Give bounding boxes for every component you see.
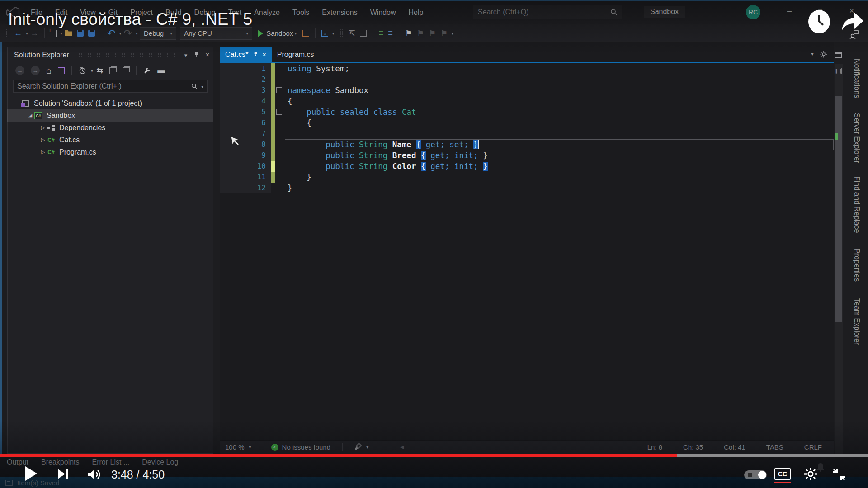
start-debugging-button[interactable]: Sandbox ▾: [258, 29, 297, 37]
tab-close-icon[interactable]: ×: [263, 51, 266, 58]
back-dropdown-icon[interactable]: ▾: [26, 31, 28, 36]
save-all-icon[interactable]: [88, 30, 95, 37]
issues-status[interactable]: No issues found: [282, 443, 331, 451]
avatar[interactable]: RC: [746, 5, 760, 19]
redo-icon[interactable]: ↷: [124, 28, 132, 39]
fullscreen-toggle-icon[interactable]: [832, 467, 846, 482]
indent-mode-indicator[interactable]: TABS: [766, 443, 783, 451]
expanded-arrow-icon[interactable]: ◢: [27, 113, 34, 118]
code-line-3[interactable]: 3−namespace Sandbox: [220, 85, 834, 96]
active-files-dropdown-icon[interactable]: ▾: [811, 51, 814, 58]
properties-wrench-icon[interactable]: [143, 67, 151, 75]
menu-window[interactable]: Window: [366, 7, 401, 18]
previous-bookmark-icon[interactable]: ⚑: [417, 28, 424, 38]
code-line-7[interactable]: 7: [220, 128, 834, 139]
clear-bookmarks-icon[interactable]: ⚑: [440, 28, 448, 38]
code-text[interactable]: public sealed class Cat: [285, 107, 834, 117]
code-line-12[interactable]: 12}: [220, 183, 834, 193]
bookmark-icon[interactable]: ⚑: [405, 28, 412, 38]
pin-icon[interactable]: [191, 52, 202, 59]
save-icon[interactable]: [77, 30, 84, 37]
home-in-browser-icon[interactable]: ⌂: [321, 30, 328, 37]
code-line-9[interactable]: 9 public String Breed { get; init; }: [220, 150, 834, 161]
new-file-dropdown-icon[interactable]: ▾: [60, 31, 62, 36]
toolbar-grip[interactable]: [340, 28, 343, 38]
new-file-icon[interactable]: [51, 30, 57, 37]
bottom-tab-error-list-[interactable]: Error List ...: [92, 458, 130, 466]
code-line-8[interactable]: 8 public String Name { get; set; }: [220, 139, 834, 150]
split-window-handle-icon[interactable]: [835, 52, 842, 58]
menu-extensions[interactable]: Extensions: [317, 7, 362, 18]
menu-help[interactable]: Help: [404, 7, 428, 18]
sync-with-active-document-icon[interactable]: [58, 67, 65, 74]
panel-dropdown-icon[interactable]: ▾: [180, 52, 191, 59]
code-line-11[interactable]: 11 }: [220, 172, 834, 183]
watch-later-icon[interactable]: [807, 10, 831, 33]
search-options-dropdown-icon[interactable]: ▾: [201, 84, 203, 89]
tab-program-cs[interactable]: Program.cs: [272, 47, 320, 62]
back-icon[interactable]: ←: [15, 66, 24, 75]
bottom-tab-output[interactable]: Output: [7, 458, 28, 466]
home-icon[interactable]: ⌂: [46, 66, 52, 76]
scrollbar-options-icon[interactable]: ▌▐: [835, 68, 842, 74]
code-text[interactable]: public String Name { get; set; }: [285, 139, 834, 150]
open-folder-icon[interactable]: [65, 30, 72, 36]
code-line-5[interactable]: 5− public sealed class Cat: [220, 107, 834, 117]
column-indicator[interactable]: Col: 41: [724, 443, 745, 451]
hot-reload-icon[interactable]: [302, 30, 309, 37]
navigate-back-icon[interactable]: ←: [14, 28, 22, 38]
browser-dropdown-icon[interactable]: ▾: [332, 31, 334, 36]
code-area[interactable]: 1using System;23−namespace Sandbox4{5− p…: [220, 63, 834, 461]
code-line-1[interactable]: 1using System;: [220, 63, 834, 74]
preview-selected-items-icon[interactable]: ▬: [157, 66, 165, 75]
show-all-files-icon[interactable]: [123, 67, 129, 74]
subtitles-button[interactable]: CC: [774, 468, 791, 480]
autoplay-toggle[interactable]: [744, 470, 767, 479]
fold-collapse-icon[interactable]: −: [275, 85, 285, 96]
video-progress-bar[interactable]: [0, 454, 868, 457]
solution-explorer-search-box[interactable]: Search Solution Explorer (Ctrl+;) ▾: [13, 80, 208, 93]
right-tab-server-explorer[interactable]: Server Explorer: [853, 113, 861, 163]
code-health-check-icon[interactable]: ✓: [271, 444, 278, 451]
scrollbar-thumb[interactable]: [835, 96, 842, 322]
code-text[interactable]: {: [285, 96, 834, 107]
bookmark-dropdown-icon[interactable]: ▾: [451, 31, 453, 36]
bottom-tab-breakpoints[interactable]: Breakpoints: [41, 458, 80, 466]
navigate-forward-icon[interactable]: →: [30, 28, 38, 38]
code-text[interactable]: [285, 128, 834, 139]
code-cleanup-brush-icon[interactable]: [354, 443, 362, 451]
code-text[interactable]: }: [285, 172, 834, 183]
bottom-tab-device-log[interactable]: Device Log: [142, 458, 178, 466]
collapsed-arrow-icon[interactable]: ▷: [39, 125, 47, 131]
redo-dropdown-icon[interactable]: ▾: [136, 31, 138, 36]
account-project-label[interactable]: Sandbox: [644, 6, 685, 18]
code-text[interactable]: using System;: [285, 63, 834, 74]
menu-tools[interactable]: Tools: [288, 7, 314, 18]
navigate-to-icon[interactable]: [360, 30, 367, 37]
cursor-select-icon[interactable]: ⇱: [349, 28, 355, 38]
tab-pin-icon[interactable]: [253, 51, 258, 58]
tree-item-solution-sandbox-1-of-1-project-[interactable]: Solution 'Sandbox' (1 of 1 project): [8, 97, 213, 109]
tree-item-cat-cs[interactable]: ▷C#Cat.cs: [8, 134, 213, 146]
right-tab-team-explorer[interactable]: Team Explorer: [853, 298, 861, 345]
close-icon[interactable]: ×: [202, 51, 213, 59]
next-bookmark-icon[interactable]: ⚑: [429, 28, 436, 38]
code-text[interactable]: public String Color { get; init; }: [285, 161, 834, 172]
quick-search-box[interactable]: Search (Ctrl+Q): [473, 5, 622, 19]
zoom-level[interactable]: 100 %: [225, 443, 245, 451]
forward-icon[interactable]: →: [31, 66, 40, 75]
code-line-10[interactable]: 10 public String Color { get; init; }: [220, 161, 834, 172]
right-tab-notifications[interactable]: Notifications: [853, 59, 861, 98]
zoom-dropdown-icon[interactable]: ▾: [249, 445, 251, 450]
notification-bell-icon[interactable]: [816, 463, 825, 472]
code-line-4[interactable]: 4{: [220, 96, 834, 107]
char-indicator[interactable]: Ch: 35: [683, 443, 703, 451]
filter-dropdown-icon[interactable]: ▾: [91, 68, 93, 73]
editor-options-gear-icon[interactable]: [820, 51, 827, 58]
collapsed-arrow-icon[interactable]: ▷: [39, 137, 47, 143]
collapse-all-icon[interactable]: [109, 67, 116, 74]
fold-collapse-icon[interactable]: −: [275, 107, 285, 117]
video-volume-icon[interactable]: [87, 468, 102, 481]
right-tab-find-and-replace[interactable]: Find and Replace: [853, 176, 861, 233]
tree-item-sandbox[interactable]: ◢C#Sandbox: [8, 109, 213, 122]
